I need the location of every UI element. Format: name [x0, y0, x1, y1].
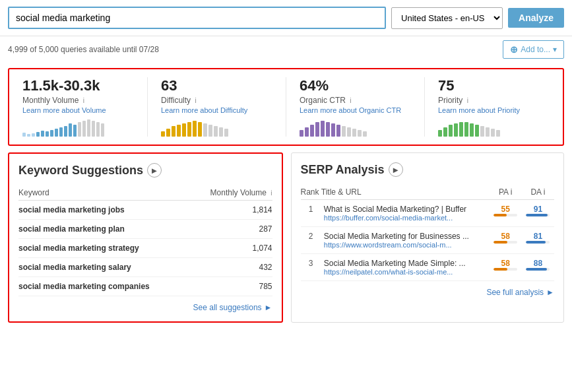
search-bar-row: United States - en-US Analyze: [0, 0, 572, 36]
kw-col-keyword: Keyword: [18, 185, 191, 201]
metric-priority: 75 Priority i Learn more about Priority: [425, 77, 563, 137]
priority-value: 75: [438, 77, 550, 94]
kw-volume: 1,074: [191, 239, 272, 258]
serp-analysis-arrow[interactable]: ►: [389, 162, 403, 177]
main-content: Keyword Suggestions ► Keyword Monthly Vo…: [8, 152, 564, 323]
kw-keyword[interactable]: social media marketing strategy: [18, 239, 191, 258]
organic-ctr-link[interactable]: Learn more about Organic CTR: [300, 106, 411, 114]
priority-bars: [438, 118, 550, 137]
table-row: social media marketing salary 432: [18, 258, 272, 277]
keyword-suggestions-arrow[interactable]: ►: [147, 163, 162, 178]
monthly-volume-link[interactable]: Learn more about Volume: [22, 106, 134, 114]
priority-link[interactable]: Learn more about Priority: [438, 106, 550, 114]
difficulty-bars: [161, 118, 272, 137]
table-row: social media marketing strategy 1,074: [18, 239, 272, 258]
serp-table: Rank Title & URL PA i DA i 1 What is Soc…: [301, 185, 555, 281]
priority-label: Priority i: [438, 96, 550, 105]
search-input[interactable]: [8, 7, 386, 29]
see-full-arrow-icon: ►: [546, 288, 554, 297]
kw-volume: 785: [191, 277, 272, 296]
serp-col-rank: Rank: [301, 185, 321, 200]
kw-volume: 432: [191, 258, 272, 277]
kw-keyword[interactable]: social media marketing jobs: [18, 201, 191, 220]
difficulty-label: Difficulty i: [161, 96, 272, 105]
see-all-arrow-icon: ►: [265, 303, 272, 312]
serp-pa: 55: [490, 200, 522, 227]
kw-keyword[interactable]: social media marketing plan: [18, 220, 191, 239]
da-info-icon[interactable]: i: [544, 187, 546, 197]
serp-title-url: Social Media Marketing for Businesses ..…: [321, 227, 490, 254]
difficulty-link[interactable]: Learn more about Difficulty: [161, 106, 272, 114]
table-row: social media marketing jobs 1,814: [18, 201, 272, 220]
table-row: social media marketing companies 785: [18, 277, 272, 296]
serp-analysis-header: SERP Analysis ►: [301, 162, 555, 177]
add-to-button[interactable]: ⊕ Add to... ▾: [503, 40, 564, 59]
analyze-button[interactable]: Analyze: [508, 8, 564, 28]
table-row: 1 What is Social Media Marketing? | Buff…: [301, 200, 555, 227]
metric-organic-ctr: 64% Organic CTR i Learn more about Organ…: [286, 77, 425, 137]
kw-col-volume: Monthly Volume i: [191, 185, 272, 201]
kw-volume-info-icon[interactable]: i: [270, 189, 272, 197]
serp-da: 81: [522, 227, 554, 254]
serp-title-url: What is Social Media Marketing? | Buffer…: [321, 200, 490, 227]
metrics-panel: 11.5k-30.3k Monthly Volume i Learn more …: [8, 68, 564, 146]
serp-title-url: Social Media Marketing Made Simple: ... …: [321, 254, 490, 281]
queries-row: 4,999 of 5,000 queries available until 0…: [0, 36, 572, 63]
keyword-suggestions-header: Keyword Suggestions ►: [18, 163, 272, 178]
plus-icon: ⊕: [510, 44, 518, 55]
see-full-analysis-link[interactable]: See full analysis ►: [301, 288, 555, 297]
monthly-volume-value: 11.5k-30.3k: [22, 77, 134, 94]
kw-volume: 287: [191, 220, 272, 239]
organic-ctr-info-icon[interactable]: i: [350, 97, 351, 104]
serp-col-da: DA i: [522, 185, 554, 200]
serp-analysis-title: SERP Analysis: [301, 163, 385, 177]
serp-rank: 3: [301, 254, 321, 281]
priority-info-icon[interactable]: i: [467, 97, 468, 104]
serp-pa: 58: [490, 254, 522, 281]
chevron-down-icon: ▾: [553, 45, 557, 54]
keyword-suggestions-title: Keyword Suggestions: [18, 164, 143, 178]
see-all-suggestions-link[interactable]: See all suggestions ►: [18, 303, 272, 312]
serp-analysis-panel: SERP Analysis ► Rank Title & URL PA i DA…: [291, 152, 565, 323]
serp-rank: 1: [301, 200, 321, 227]
serp-da: 91: [522, 200, 554, 227]
monthly-volume-bars: [22, 118, 134, 137]
pa-info-icon[interactable]: i: [511, 187, 513, 197]
organic-ctr-value: 64%: [300, 77, 411, 94]
queries-info: 4,999 of 5,000 queries available until 0…: [8, 45, 159, 54]
add-to-label: Add to...: [521, 45, 550, 54]
monthly-volume-info-icon[interactable]: i: [83, 97, 84, 104]
kw-volume: 1,814: [191, 201, 272, 220]
region-select[interactable]: United States - en-US: [391, 7, 503, 29]
serp-da: 88: [522, 254, 554, 281]
keyword-suggestions-panel: Keyword Suggestions ► Keyword Monthly Vo…: [8, 152, 283, 323]
organic-ctr-bars: [300, 118, 411, 137]
difficulty-value: 63: [161, 77, 272, 94]
keyword-table: Keyword Monthly Volume i social media ma…: [18, 185, 272, 296]
organic-ctr-label: Organic CTR i: [300, 96, 411, 105]
table-row: social media marketing plan 287: [18, 220, 272, 239]
serp-pa: 58: [490, 227, 522, 254]
metric-difficulty: 63 Difficulty i Learn more about Difficu…: [148, 77, 286, 137]
metric-monthly-volume: 11.5k-30.3k Monthly Volume i Learn more …: [9, 77, 148, 137]
difficulty-info-icon[interactable]: i: [195, 97, 196, 104]
table-row: 3 Social Media Marketing Made Simple: ..…: [301, 254, 555, 281]
serp-rank: 2: [301, 227, 321, 254]
kw-keyword[interactable]: social media marketing salary: [18, 258, 191, 277]
table-row: 2 Social Media Marketing for Businesses …: [301, 227, 555, 254]
monthly-volume-label: Monthly Volume i: [22, 96, 134, 105]
kw-keyword[interactable]: social media marketing companies: [18, 277, 191, 296]
serp-col-title-url: Title & URL: [321, 185, 490, 200]
serp-col-pa: PA i: [490, 185, 522, 200]
